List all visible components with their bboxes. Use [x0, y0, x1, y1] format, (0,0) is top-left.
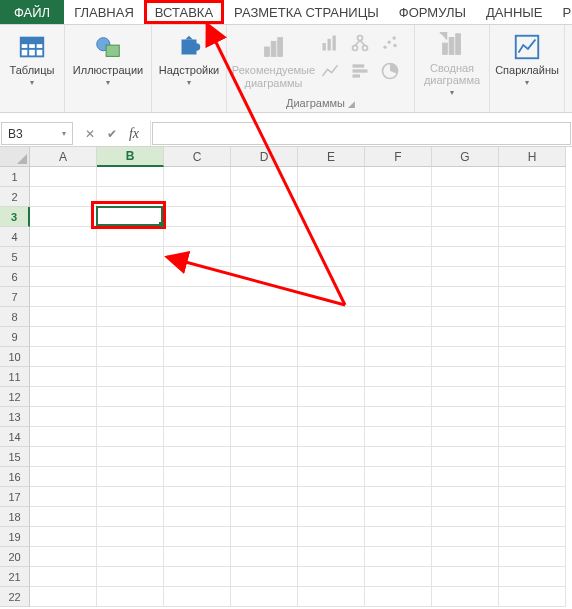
cell[interactable]	[499, 207, 566, 227]
cell[interactable]	[231, 467, 298, 487]
cell[interactable]	[97, 267, 164, 287]
row-header[interactable]: 7	[0, 287, 30, 307]
column-header[interactable]: F	[365, 147, 432, 167]
cell[interactable]	[432, 507, 499, 527]
row-header[interactable]: 22	[0, 587, 30, 607]
cell[interactable]	[365, 387, 432, 407]
cell[interactable]	[499, 347, 566, 367]
cell[interactable]	[365, 467, 432, 487]
fx-icon[interactable]: fx	[124, 124, 144, 144]
cell[interactable]	[365, 407, 432, 427]
cell[interactable]	[298, 227, 365, 247]
cell[interactable]	[432, 407, 499, 427]
cell[interactable]	[298, 327, 365, 347]
column-header[interactable]: A	[30, 147, 97, 167]
row-header[interactable]: 18	[0, 507, 30, 527]
cell[interactable]	[97, 487, 164, 507]
cell[interactable]	[432, 187, 499, 207]
cell[interactable]	[432, 567, 499, 587]
tab-data[interactable]: ДАННЫЕ	[476, 0, 552, 24]
cell[interactable]	[97, 567, 164, 587]
cell[interactable]	[97, 407, 164, 427]
cell[interactable]	[432, 347, 499, 367]
cell[interactable]	[164, 187, 231, 207]
cell[interactable]	[298, 567, 365, 587]
column-header[interactable]: E	[298, 147, 365, 167]
line-chart-icon[interactable]	[317, 58, 343, 84]
cell[interactable]	[298, 407, 365, 427]
cell[interactable]	[164, 387, 231, 407]
column-header[interactable]: H	[499, 147, 566, 167]
cell[interactable]	[30, 467, 97, 487]
cell[interactable]	[97, 427, 164, 447]
scatter-chart-icon[interactable]	[377, 30, 403, 56]
row-header[interactable]: 21	[0, 567, 30, 587]
row-headers[interactable]: 12345678910111213141516171819202122	[0, 167, 30, 607]
row-header[interactable]: 3	[0, 207, 30, 227]
cell[interactable]	[365, 227, 432, 247]
cell[interactable]	[298, 507, 365, 527]
cell[interactable]	[30, 247, 97, 267]
cell[interactable]	[499, 427, 566, 447]
cell[interactable]	[231, 407, 298, 427]
cell[interactable]	[231, 347, 298, 367]
cell[interactable]	[30, 347, 97, 367]
cell[interactable]	[30, 227, 97, 247]
cell[interactable]	[499, 407, 566, 427]
cell[interactable]	[30, 167, 97, 187]
cell[interactable]	[164, 167, 231, 187]
cell[interactable]	[432, 287, 499, 307]
cell[interactable]	[231, 327, 298, 347]
bar-chart-icon[interactable]	[347, 58, 373, 84]
cell[interactable]	[365, 207, 432, 227]
cell[interactable]	[298, 167, 365, 187]
addins-button[interactable]: Надстройки ▾	[156, 28, 222, 87]
column-headers[interactable]: ABCDEFGH	[30, 147, 566, 167]
cell[interactable]	[231, 427, 298, 447]
chevron-down-icon[interactable]: ▾	[62, 129, 66, 138]
cell[interactable]	[365, 487, 432, 507]
cell[interactable]	[365, 587, 432, 607]
cell[interactable]	[432, 247, 499, 267]
cell[interactable]	[231, 267, 298, 287]
cell[interactable]	[231, 387, 298, 407]
cell[interactable]	[298, 587, 365, 607]
cell[interactable]	[432, 427, 499, 447]
cell[interactable]	[499, 367, 566, 387]
cell[interactable]	[365, 547, 432, 567]
spreadsheet-grid[interactable]: ABCDEFGH 1234567891011121314151617181920…	[0, 147, 572, 609]
row-header[interactable]: 15	[0, 447, 30, 467]
tab-formulas[interactable]: ФОРМУЛЫ	[389, 0, 476, 24]
cell[interactable]	[97, 307, 164, 327]
cell[interactable]	[432, 587, 499, 607]
cell[interactable]	[97, 387, 164, 407]
cell[interactable]	[499, 527, 566, 547]
row-header[interactable]: 14	[0, 427, 30, 447]
cell[interactable]	[298, 287, 365, 307]
cell[interactable]	[97, 447, 164, 467]
cell[interactable]	[30, 527, 97, 547]
row-header[interactable]: 1	[0, 167, 30, 187]
cell[interactable]	[164, 307, 231, 327]
cell[interactable]	[97, 587, 164, 607]
cell[interactable]	[164, 327, 231, 347]
cell[interactable]	[298, 487, 365, 507]
cell[interactable]	[432, 167, 499, 187]
column-header[interactable]: G	[432, 147, 499, 167]
cell[interactable]	[30, 487, 97, 507]
cell[interactable]	[30, 587, 97, 607]
cell[interactable]	[432, 447, 499, 467]
cell[interactable]	[499, 247, 566, 267]
cell[interactable]	[164, 467, 231, 487]
row-header[interactable]: 9	[0, 327, 30, 347]
cell[interactable]	[365, 367, 432, 387]
cell[interactable]	[298, 187, 365, 207]
row-header[interactable]: 20	[0, 547, 30, 567]
cell[interactable]	[432, 327, 499, 347]
cell[interactable]	[231, 547, 298, 567]
cell[interactable]	[164, 427, 231, 447]
column-header[interactable]: C	[164, 147, 231, 167]
cell[interactable]	[499, 287, 566, 307]
row-header[interactable]: 4	[0, 227, 30, 247]
cell[interactable]	[164, 287, 231, 307]
